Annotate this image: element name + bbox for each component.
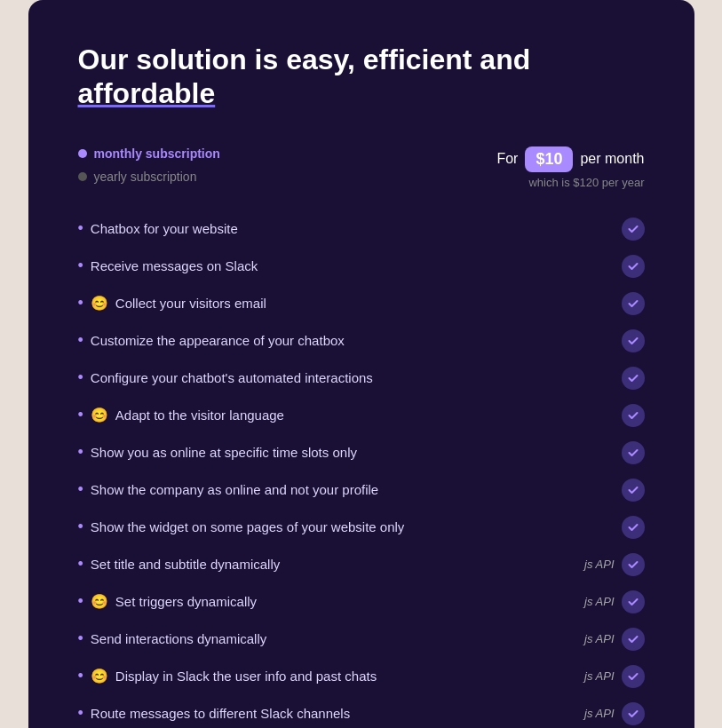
features-list: •Chatbox for your website •Receive messa… — [78, 218, 645, 728]
feature-left: •Customize the appearance of your chatbo… — [78, 331, 345, 350]
check-circle-icon — [622, 628, 645, 651]
feature-right: js API — [584, 702, 644, 725]
feature-item: •Receive messages on Slack — [78, 255, 645, 278]
feature-left: •Show the widget on some pages of your w… — [78, 518, 405, 536]
bullet-icon: • — [78, 294, 83, 313]
check-circle-icon — [622, 367, 645, 390]
bullet-icon: • — [78, 592, 83, 611]
feature-item: •Set title and subtitle dynamicallyjs AP… — [78, 553, 645, 576]
feature-text: Set title and subtitle dynamically — [91, 557, 280, 572]
js-api-label: js API — [584, 632, 614, 645]
feature-right — [622, 255, 645, 278]
feature-right — [622, 516, 645, 539]
check-circle-icon — [622, 255, 645, 278]
js-api-label: js API — [584, 669, 614, 683]
yearly-note: which is $120 per year — [496, 176, 644, 189]
check-circle-icon — [622, 479, 645, 502]
feature-right: js API — [584, 590, 644, 613]
feature-left: •Show you as online at specific time slo… — [78, 443, 357, 462]
check-circle-icon — [622, 218, 645, 241]
feature-text: Set triggers dynamically — [115, 594, 257, 609]
bullet-icon: • — [78, 219, 83, 238]
feature-emoji: 😊 — [91, 593, 108, 610]
feature-right — [622, 441, 645, 464]
feature-right — [622, 479, 645, 502]
bullet-icon: • — [78, 667, 83, 685]
yearly-label: yearly subscription — [94, 170, 197, 184]
feature-text: Customize the appearance of your chatbox — [91, 333, 345, 348]
feature-left: •Route messages to different Slack chann… — [78, 704, 351, 723]
feature-item: •Show the company as online and not your… — [78, 479, 645, 502]
per-month-label: per month — [580, 151, 644, 167]
feature-text: Display in Slack the user info and past … — [115, 669, 377, 684]
price-badge: $10 — [525, 146, 573, 172]
bullet-icon: • — [78, 257, 83, 275]
feature-right — [622, 218, 645, 241]
check-circle-icon — [622, 665, 645, 688]
feature-right — [622, 292, 645, 315]
title-highlight: affordable — [78, 77, 216, 109]
js-api-label: js API — [584, 595, 614, 608]
bullet-icon: • — [78, 518, 83, 536]
feature-left: •Configure your chatbot's automated inte… — [78, 368, 373, 387]
bullet-icon: • — [78, 443, 83, 462]
feature-item: •Show you as online at specific time slo… — [78, 441, 645, 464]
feature-item: •😊Set triggers dynamicallyjs API — [78, 590, 645, 613]
feature-text: Show the company as online and not your … — [91, 482, 378, 497]
bullet-icon: • — [78, 704, 83, 723]
feature-right: js API — [584, 553, 644, 576]
active-dot-icon — [78, 149, 87, 158]
feature-item: •Send interactions dynamicallyjs API — [78, 628, 645, 651]
bullet-icon: • — [78, 406, 83, 424]
feature-item: •Configure your chatbot's automated inte… — [78, 367, 645, 390]
check-circle-icon — [622, 516, 645, 539]
feature-text: Configure your chatbot's automated inter… — [91, 370, 373, 385]
bullet-icon: • — [78, 368, 83, 387]
feature-right — [622, 367, 645, 390]
pricing-card: Our solution is easy, efficient and affo… — [28, 0, 694, 728]
monthly-subscription-option[interactable]: monthly subscription — [78, 146, 220, 161]
feature-item: •Route messages to different Slack chann… — [78, 702, 645, 725]
feature-emoji: 😊 — [91, 407, 108, 423]
feature-left: •Receive messages on Slack — [78, 257, 258, 275]
feature-item: •😊Collect your visitors email — [78, 292, 645, 315]
bullet-icon: • — [78, 331, 83, 350]
feature-item: •😊Adapt to the visitor language — [78, 404, 645, 427]
price-line: For $10 per month — [496, 146, 644, 172]
feature-text: Chatbox for your website — [91, 221, 238, 236]
bullet-icon: • — [78, 629, 83, 648]
feature-left: •Show the company as online and not your… — [78, 480, 379, 499]
check-circle-icon — [622, 553, 645, 576]
feature-item: •Show the widget on some pages of your w… — [78, 516, 645, 539]
feature-text: Route messages to different Slack channe… — [91, 706, 350, 721]
feature-item: •Chatbox for your website — [78, 218, 645, 241]
feature-text: Show the widget on some pages of your we… — [91, 519, 405, 534]
feature-right — [622, 329, 645, 352]
feature-item: •Customize the appearance of your chatbo… — [78, 329, 645, 352]
feature-emoji: 😊 — [91, 668, 108, 684]
js-api-label: js API — [584, 558, 614, 571]
feature-left: •😊Collect your visitors email — [78, 294, 266, 313]
feature-right: js API — [584, 665, 644, 688]
pricing-info: For $10 per month which is $120 per year — [496, 146, 644, 189]
feature-left: •😊Display in Slack the user info and pas… — [78, 667, 377, 685]
monthly-label: monthly subscription — [94, 146, 220, 161]
title-text-part1: Our solution is easy, efficient and — [78, 44, 531, 75]
feature-text: Adapt to the visitor language — [115, 408, 284, 423]
js-api-label: js API — [584, 707, 614, 720]
feature-left: •😊Set triggers dynamically — [78, 592, 258, 611]
feature-emoji: 😊 — [91, 295, 108, 312]
feature-text: Receive messages on Slack — [91, 258, 258, 273]
bullet-icon: • — [78, 555, 83, 574]
check-circle-icon — [622, 404, 645, 427]
check-circle-icon — [622, 441, 645, 464]
feature-left: •Send interactions dynamically — [78, 629, 267, 648]
feature-right: js API — [584, 628, 644, 651]
bullet-icon: • — [78, 480, 83, 499]
feature-text: Show you as online at specific time slot… — [91, 445, 357, 460]
page-title: Our solution is easy, efficient and affo… — [78, 43, 645, 111]
feature-text: Send interactions dynamically — [91, 631, 266, 646]
inactive-dot-icon — [78, 172, 87, 181]
yearly-subscription-option[interactable]: yearly subscription — [78, 170, 220, 184]
feature-text: Collect your visitors email — [115, 296, 266, 311]
